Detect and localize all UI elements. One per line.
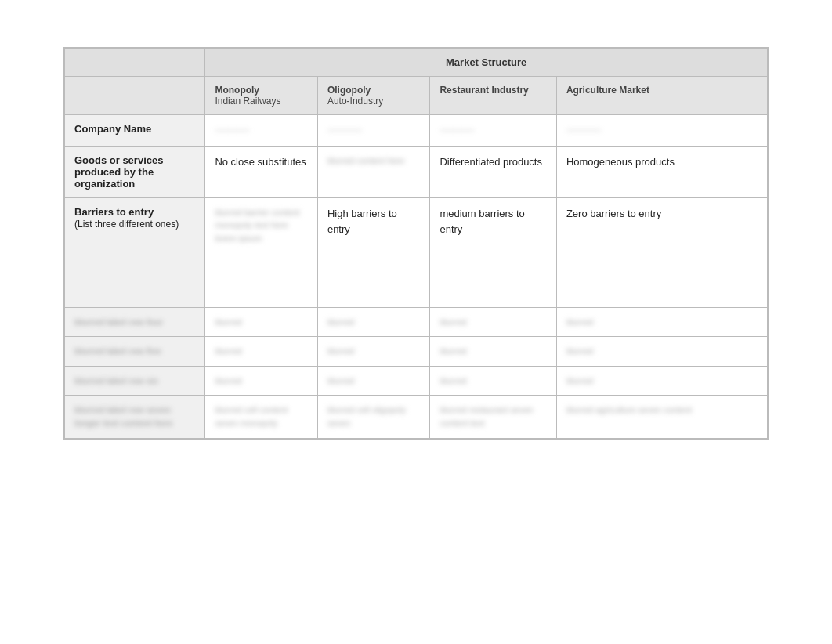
cell-restaurant-row5: blurred bbox=[430, 337, 556, 366]
cell-agriculture-barriers: Zero barriers to entry bbox=[556, 198, 767, 308]
cell-monopoly-row5: blurred bbox=[205, 337, 318, 366]
cell-agriculture-row6: blurred bbox=[556, 366, 767, 395]
row-6: blurred label row six blurred blurred bl… bbox=[65, 366, 768, 395]
header-market-structure: Market Structure bbox=[205, 49, 768, 77]
cell-agriculture-row5: blurred bbox=[556, 337, 767, 366]
cell-restaurant-company: ———— bbox=[430, 115, 556, 147]
label-barriers: Barriers to entry (List three different … bbox=[65, 198, 205, 308]
cell-oligopoly-goods: blurred content here bbox=[317, 147, 430, 198]
label-row5: blurred label row five bbox=[65, 337, 205, 366]
row-goods-services: Goods or services produced by the organi… bbox=[65, 147, 768, 198]
cell-oligopoly-row7: blurred cell oligopoly seven bbox=[317, 396, 430, 439]
row-company-name: Company Name ———— ———— ———— ———— bbox=[65, 115, 768, 147]
header-label-col bbox=[65, 49, 205, 77]
page-wrapper: Market Structure Monopoly Indian Railway… bbox=[0, 0, 832, 644]
cell-restaurant-barriers: medium barriers to entry bbox=[430, 198, 556, 308]
cell-agriculture-row4: blurred bbox=[556, 308, 767, 337]
cell-monopoly-row6: blurred bbox=[205, 366, 318, 395]
cell-oligopoly-row5: blurred bbox=[317, 337, 430, 366]
cell-monopoly-row7: blurred cell content seven monopoly bbox=[205, 396, 318, 439]
header-monopoly: Monopoly Indian Railways bbox=[205, 77, 318, 115]
cell-monopoly-goods: No close substitutes bbox=[205, 147, 318, 198]
row-7: blurred label row seven longer text cont… bbox=[65, 396, 768, 439]
cell-oligopoly-row4: blurred bbox=[317, 308, 430, 337]
cell-restaurant-row7: blurred restaurant seven content text bbox=[430, 396, 556, 439]
label-row4: blurred label row four bbox=[65, 308, 205, 337]
cell-oligopoly-row6: blurred bbox=[317, 366, 430, 395]
cell-agriculture-goods: Homogeneous products bbox=[556, 147, 767, 198]
cell-oligopoly-barriers: High barriers to entry bbox=[317, 198, 430, 308]
label-row7: blurred label row seven longer text cont… bbox=[65, 396, 205, 439]
row-5: blurred label row five blurred blurred b… bbox=[65, 337, 768, 366]
row-barriers: Barriers to entry (List three different … bbox=[65, 198, 768, 308]
row-4: blurred label row four blurred blurred b… bbox=[65, 308, 768, 337]
label-row6: blurred label row six bbox=[65, 366, 205, 395]
cell-monopoly-row4: blurred bbox=[205, 308, 318, 337]
header-restaurant: Restaurant Industry bbox=[430, 77, 556, 115]
header-empty bbox=[65, 77, 205, 115]
cell-oligopoly-company: ———— bbox=[317, 115, 430, 147]
cell-agriculture-row7: blurred agriculture seven content bbox=[556, 396, 767, 439]
cell-monopoly-barriers: blurred barrier content monopoly text he… bbox=[205, 198, 318, 308]
cell-agriculture-company: ———— bbox=[556, 115, 767, 147]
cell-restaurant-row6: blurred bbox=[430, 366, 556, 395]
label-company-name: Company Name bbox=[65, 115, 205, 147]
header-agriculture: Agriculture Market bbox=[556, 77, 767, 115]
cell-monopoly-company: ———— bbox=[205, 115, 318, 147]
market-structure-table: Market Structure Monopoly Indian Railway… bbox=[63, 47, 769, 440]
cell-restaurant-row4: blurred bbox=[430, 308, 556, 337]
header-oligopoly: Oligopoly Auto-Industry bbox=[317, 77, 430, 115]
label-goods-services: Goods or services produced by the organi… bbox=[65, 147, 205, 198]
cell-restaurant-goods: Differentiated products bbox=[430, 147, 556, 198]
